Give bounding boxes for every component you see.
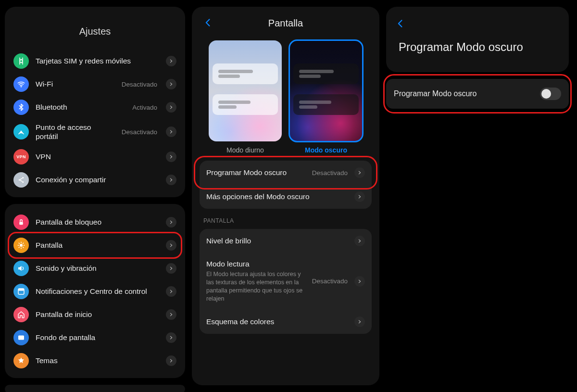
schedule-dark-row[interactable]: Programar Modo oscuro [386, 79, 569, 109]
schedule-dark-screen-header: Programar Modo oscuro [386, 7, 569, 72]
chevron-right-icon [166, 263, 176, 274]
sound-icon [13, 261, 29, 276]
settings-panel-cutoff [5, 385, 185, 392]
screen-option-scheme[interactable]: Esquema de colores [200, 310, 372, 334]
tile-light-caption: Modo diurno [226, 146, 264, 154]
screen-option-reading[interactable]: Modo lecturaEl Modo lectura ajusta los c… [200, 253, 372, 310]
chevron-right-icon [166, 240, 176, 251]
schedule-dark-toggle[interactable] [540, 88, 561, 100]
chevron-right-icon [166, 309, 176, 320]
settings-item-share[interactable]: Conexión y compartir [11, 168, 179, 191]
settings-item-sim[interactable]: Tarjetas SIM y redes móviles [11, 50, 179, 73]
settings-item-lockscreen[interactable]: Pantalla de bloqueo [11, 211, 179, 234]
chevron-right-icon [354, 191, 365, 202]
screen-options: Nivel de brilloModo lecturaEl Modo lectu… [200, 229, 372, 334]
schedule-dark-label: Programar Modo oscuro [394, 89, 540, 98]
settings-item-wifi[interactable]: Wi-FiDesactivado [11, 73, 179, 96]
hotspot-icon [13, 124, 29, 139]
chevron-right-icon [166, 102, 176, 113]
wifi-icon [13, 76, 29, 92]
row-sub: El Modo lectura ajusta los colores y las… [206, 270, 307, 303]
back-icon[interactable] [201, 14, 216, 32]
chevron-right-icon [166, 332, 176, 343]
notif-icon [13, 284, 29, 299]
settings-item-home[interactable]: Pantalla de inicio [11, 303, 179, 326]
sim-icon [13, 53, 29, 69]
settings-item-label: Wi-Fi [36, 79, 115, 89]
settings-item-label: Pantalla de inicio [36, 310, 159, 319]
tile-dark-preview [289, 40, 363, 141]
home-icon [13, 307, 29, 322]
row-status: Desactivado [312, 169, 348, 177]
row-label: Modo lectura [206, 260, 307, 268]
settings-item-hotspot[interactable]: Punto de acceso portátilDesactivado [11, 119, 179, 145]
settings-item-label: Notificaciones y Centro de control [36, 287, 159, 296]
settings-item-label: Pantalla de bloqueo [36, 217, 159, 227]
row-label: Nivel de brillo [206, 237, 350, 245]
dark-option-more[interactable]: Más opciones del Modo oscuro [200, 185, 372, 209]
settings-panel-display-group: Pantalla de bloqueoPantallaSonido y vibr… [5, 204, 185, 378]
settings-item-bluetooth[interactable]: BluetoothActivado [11, 96, 179, 119]
row-label: Programar Modo oscuro [206, 168, 307, 177]
vpn-icon: VPN [13, 149, 29, 164]
settings-item-label: Conexión y compartir [36, 175, 159, 184]
display-title: Pantalla [268, 18, 303, 29]
display-icon [13, 238, 29, 253]
share-icon [13, 172, 29, 188]
screen-option-brightness[interactable]: Nivel de brillo [200, 229, 372, 253]
settings-item-label: Tarjetas SIM y redes móviles [36, 56, 159, 65]
settings-item-status: Desactivado [122, 81, 157, 88]
row-label: Más opciones del Modo oscuro [206, 192, 350, 201]
settings-item-label: Punto de acceso portátil [36, 123, 115, 141]
tile-dark-caption: Modo oscuro [305, 146, 347, 154]
row-label: Esquema de colores [206, 317, 350, 326]
settings-item-status: Desactivado [122, 128, 157, 136]
chevron-right-icon [166, 152, 176, 162]
settings-item-label: VPN [36, 152, 159, 161]
chevron-right-icon [166, 355, 176, 366]
theme-mode-tiles: Modo diurno Modo oscuro [198, 37, 374, 154]
settings-item-notif[interactable]: Notificaciones y Centro de control [11, 280, 179, 303]
section-pantalla: PANTALLA [198, 209, 374, 229]
settings-title: Ajustes [11, 17, 179, 50]
tile-light-mode[interactable]: Modo diurno [209, 40, 282, 154]
settings-item-label: Bluetooth [36, 102, 125, 112]
settings-item-display[interactable]: Pantalla [11, 234, 179, 257]
chevron-right-icon [166, 286, 176, 297]
chevron-right-icon [166, 217, 176, 228]
chevron-right-icon [166, 79, 176, 89]
settings-item-sound[interactable]: Sonido y vibración [11, 257, 179, 280]
settings-item-vpn[interactable]: VPNVPN [11, 145, 179, 168]
chevron-right-icon [354, 316, 365, 327]
back-icon[interactable] [393, 15, 408, 33]
settings-item-label: Sonido y vibración [36, 264, 159, 273]
chevron-right-icon [354, 167, 365, 178]
display-screen: Pantalla Modo diurno [192, 7, 379, 385]
display-header: Pantalla [198, 13, 374, 37]
settings-panel-connectivity: Ajustes Tarjetas SIM y redes móvilesWi-F… [5, 7, 185, 197]
row-status: Desactivado [312, 278, 348, 285]
bluetooth-icon [13, 100, 29, 115]
chevron-right-icon [354, 276, 365, 287]
tile-dark-mode[interactable]: Modo oscuro [289, 40, 363, 154]
chevron-right-icon [166, 56, 176, 66]
settings-item-themes[interactable]: Temas [11, 349, 179, 372]
settings-item-status: Activado [132, 104, 157, 111]
settings-item-wallpaper[interactable]: Fondo de pantalla [11, 326, 179, 349]
settings-item-label: Fondo de pantalla [36, 333, 159, 342]
lockscreen-icon [13, 215, 29, 230]
themes-icon [13, 353, 29, 368]
settings-item-label: Pantalla [36, 240, 159, 250]
dark-option-schedule[interactable]: Programar Modo oscuroDesactivado [200, 161, 372, 185]
chevron-right-icon [166, 175, 176, 185]
wallpaper-icon [13, 330, 29, 345]
chevron-right-icon [354, 236, 365, 246]
settings-item-label: Temas [36, 356, 159, 365]
dark-mode-options: Programar Modo oscuroDesactivadoMás opci… [200, 161, 372, 209]
tile-light-preview [209, 40, 282, 141]
schedule-title: Programar Modo oscuro [393, 33, 562, 67]
chevron-right-icon [166, 126, 176, 137]
